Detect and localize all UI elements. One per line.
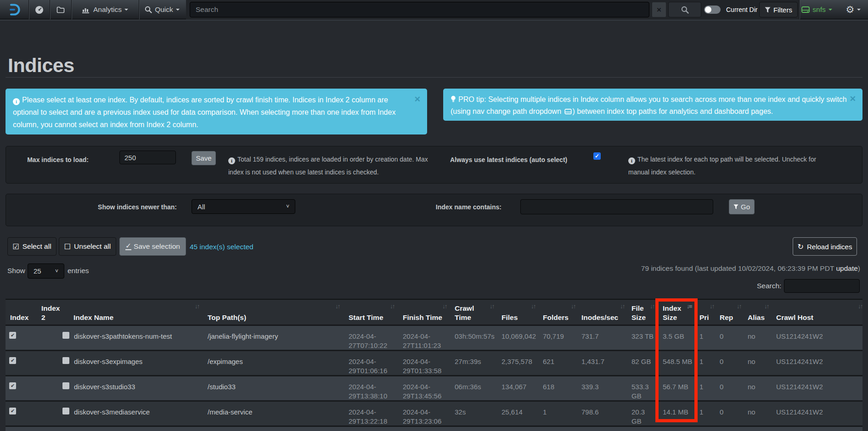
sort-icon[interactable]: ↓↑: [490, 303, 494, 310]
close-icon[interactable]: ✕: [850, 93, 856, 105]
navbar: Analytics Quick Search ✕ Current Dir Fil…: [0, 0, 868, 19]
index-checkbox[interactable]: ✔: [9, 357, 16, 364]
table-header: Index Index 2 Index Name Top Path(s) Sta…: [6, 299, 862, 325]
unselect-all-button[interactable]: ☐Unselect all: [59, 237, 116, 256]
nav-host-dropdown[interactable]: snfs: [800, 0, 834, 19]
cell-file-size: 323 TB: [631, 332, 655, 341]
cell-finish-time: 2024-04-29T01:33:58: [403, 357, 441, 375]
page-size-select[interactable]: 25˅: [28, 263, 64, 279]
alert-select-index: iPlease select at least one index. By de…: [6, 89, 427, 134]
nav-settings[interactable]: ⚙: [843, 0, 864, 19]
drive-icon: [801, 6, 810, 13]
newer-than-select[interactable]: All˅: [192, 199, 295, 214]
sort-icon[interactable]: ↓↑: [858, 303, 862, 310]
sort-icon[interactable]: ↓↑: [737, 303, 741, 310]
cell-start-time: 2024-04-29T13:38:10: [349, 382, 387, 401]
reload-indices-button[interactable]: ↻Reload indices: [793, 237, 857, 256]
sort-icon[interactable]: ↓↑: [620, 303, 625, 310]
sort-icon[interactable]: ↓↑: [571, 303, 575, 310]
cell-files: 2,375,578: [502, 357, 532, 366]
cell-file-size: 533.3 GB: [631, 382, 655, 401]
cell-crawl-time: 06m:36s: [455, 382, 481, 392]
col-header-index2[interactable]: Index 2: [41, 304, 64, 322]
nav-analytics[interactable]: Analytics: [72, 0, 139, 19]
always-latest-checkbox[interactable]: ✓: [593, 152, 601, 160]
sort-icon[interactable]: ↓↑: [390, 303, 395, 310]
sort-icon[interactable]: ↓↑: [335, 303, 340, 310]
sort-icon[interactable]: ↓↑: [531, 303, 535, 310]
nav-quick[interactable]: Quick: [139, 0, 185, 19]
col-header-inodes[interactable]: Inodes/sec: [581, 313, 618, 322]
index2-checkbox[interactable]: [62, 408, 69, 414]
col-header-start[interactable]: Start Time: [349, 313, 383, 322]
sort-icon[interactable]: ↓↑: [650, 303, 654, 310]
sort-icon[interactable]: ↓↑: [195, 303, 199, 310]
cell-files: 10,069,042: [502, 332, 536, 341]
save-selection-button[interactable]: ✓Save selection: [119, 237, 186, 256]
index-checkbox[interactable]: ✔: [9, 382, 16, 389]
cell-top-path: /janelia-flylight-imagery: [208, 332, 278, 341]
max-indices-label: Max indices to load:: [15, 156, 89, 163]
max-indices-input[interactable]: 250: [119, 151, 176, 164]
folder-icon[interactable]: [50, 0, 71, 19]
cell-start-time: 2024-04-29T01:06:16: [349, 357, 387, 375]
close-icon[interactable]: ✕: [414, 93, 421, 106]
cell-inodes-sec: 339.3: [581, 382, 599, 392]
name-contains-input[interactable]: [520, 199, 713, 214]
alert-text: Please select at least one index. By def…: [13, 96, 395, 129]
col-header-folders[interactable]: Folders: [543, 313, 569, 322]
nav-host-label: snfs: [812, 6, 825, 14]
col-header-crawl[interactable]: Crawl Time: [455, 304, 478, 322]
search-input[interactable]: Search: [190, 2, 649, 17]
filters-button[interactable]: Filters: [759, 2, 798, 17]
cell-alias: no: [748, 357, 755, 366]
sort-icon[interactable]: ↓↑: [442, 303, 447, 310]
search-icon: [681, 6, 689, 14]
col-header-fsize[interactable]: File Size: [631, 304, 650, 322]
sort-icon[interactable]: ↓↑: [710, 303, 714, 310]
caret-down-icon: [176, 9, 180, 11]
clear-search-button[interactable]: ✕: [652, 2, 666, 17]
drive-icon: [564, 109, 572, 114]
col-header-host[interactable]: Crawl Host: [776, 313, 813, 322]
table-search-label: Search:: [757, 282, 781, 290]
diskover-logo[interactable]: [0, 0, 28, 19]
table-search-input[interactable]: [784, 279, 860, 293]
index2-checkbox[interactable]: [62, 357, 69, 364]
cell-inodes-sec: 731.7: [581, 332, 599, 341]
divider: [6, 77, 862, 78]
nav-quick-label: Quick: [155, 6, 173, 14]
always-latest-label: Always use latest indices (auto select): [450, 156, 567, 163]
update-link[interactable]: update: [836, 264, 857, 272]
newer-than-label: Show indices newer than:: [90, 203, 177, 211]
caret-down-icon: [124, 9, 128, 11]
cell-start-time: 2024-04-29T13:22:18: [349, 408, 387, 426]
search-submit-button[interactable]: [668, 2, 701, 17]
cell-crawl-time: 27m:39s: [455, 357, 481, 366]
index2-checkbox[interactable]: [62, 332, 69, 339]
cell-files: 134,067: [502, 382, 526, 392]
col-header-finish[interactable]: Finish Time: [403, 313, 442, 322]
cell-files: 25,614: [502, 408, 523, 417]
cell-crawl-time: 32s: [455, 408, 466, 417]
col-header-path[interactable]: Top Path(s): [208, 313, 246, 322]
col-header-index[interactable]: Index: [10, 313, 28, 322]
col-header-files[interactable]: Files: [502, 313, 518, 322]
col-header-alias[interactable]: Alias: [748, 313, 765, 322]
info-icon: i: [13, 98, 20, 105]
col-header-rep[interactable]: Rep: [720, 313, 733, 322]
sort-icon[interactable]: ↓↑: [764, 303, 769, 310]
col-header-pri[interactable]: Pri: [699, 313, 709, 322]
selected-count-link[interactable]: 45 index(s) selected: [190, 243, 254, 251]
dashboard-icon[interactable]: [29, 0, 50, 19]
index-checkbox[interactable]: ✔: [9, 408, 16, 414]
current-dir-toggle[interactable]: [704, 6, 721, 14]
col-header-name[interactable]: Index Name: [73, 313, 113, 322]
cell-index-name: diskover-s3mediaservice: [74, 408, 150, 417]
save-button[interactable]: Save: [192, 151, 216, 165]
go-button[interactable]: Go: [729, 199, 755, 214]
select-all-button[interactable]: ☑Select all: [7, 237, 56, 256]
index-checkbox[interactable]: ✔: [9, 332, 16, 339]
latest-info: iThe latest index for each top path will…: [628, 153, 833, 179]
index2-checkbox[interactable]: [62, 382, 69, 389]
